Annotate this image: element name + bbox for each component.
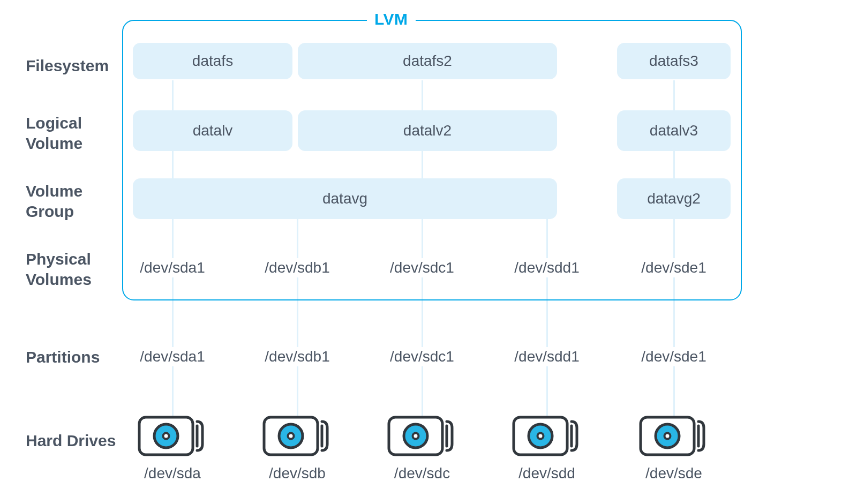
partition-1: /dev/sda1 (137, 347, 208, 366)
label-volume-group: Volume Group (26, 181, 82, 221)
svg-point-14 (665, 433, 671, 439)
connector-col-4 (546, 217, 548, 423)
hard-drive-label-4: /dev/sdd (518, 465, 575, 482)
fs-block-1: datafs (133, 43, 292, 79)
label-filesystem: Filesystem (26, 56, 109, 76)
partition-5: /dev/sde1 (638, 347, 709, 366)
partition-4: /dev/sdd1 (511, 347, 582, 366)
vg-block-1: datavg (133, 178, 557, 219)
label-line: Volume (26, 182, 82, 200)
label-line: Group (26, 202, 74, 220)
label-line: Logical (26, 114, 82, 132)
hard-drive-label-3: /dev/sdc (394, 465, 450, 482)
svg-point-11 (538, 433, 544, 439)
pv-5: /dev/sde1 (638, 258, 709, 277)
pv-2: /dev/sdb1 (261, 258, 333, 277)
lv-block-2: datalv2 (298, 110, 557, 151)
lv-block-3: datalv3 (617, 110, 731, 151)
pv-4: /dev/sdd1 (511, 258, 582, 277)
hard-drive-label-5: /dev/sde (645, 465, 702, 482)
lv-block-1: datalv (133, 110, 292, 151)
svg-point-2 (163, 433, 169, 439)
fs-block-3: datafs3 (617, 43, 731, 79)
hard-drive-icon (137, 415, 208, 459)
label-line: Volumes (26, 270, 92, 288)
connector-col-2 (297, 217, 298, 423)
partition-2: /dev/sdb1 (261, 347, 333, 366)
svg-point-8 (413, 433, 419, 439)
vg-block-2: datavg2 (617, 178, 731, 219)
label-line: Volume (26, 134, 82, 152)
label-hard-drives: Hard Drives (26, 431, 116, 451)
hard-drive-icon (262, 415, 333, 459)
hard-drive-label-2: /dev/sdb (269, 465, 326, 482)
pv-3: /dev/sdc1 (387, 258, 457, 277)
hard-drive-label-1: /dev/sda (144, 465, 201, 482)
lvm-title: LVM (367, 10, 416, 28)
pv-1: /dev/sda1 (137, 258, 208, 277)
label-logical-volume: Logical Volume (26, 113, 82, 153)
label-physical-volumes: Physical Volumes (26, 249, 92, 289)
label-line: Physical (26, 250, 91, 268)
svg-point-5 (288, 433, 294, 439)
hard-drive-icon (387, 415, 457, 459)
fs-block-2: datafs2 (298, 43, 557, 79)
hard-drive-icon (638, 415, 709, 459)
hard-drive-icon (512, 415, 582, 459)
label-partitions: Partitions (26, 347, 100, 367)
partition-3: /dev/sdc1 (387, 347, 457, 366)
